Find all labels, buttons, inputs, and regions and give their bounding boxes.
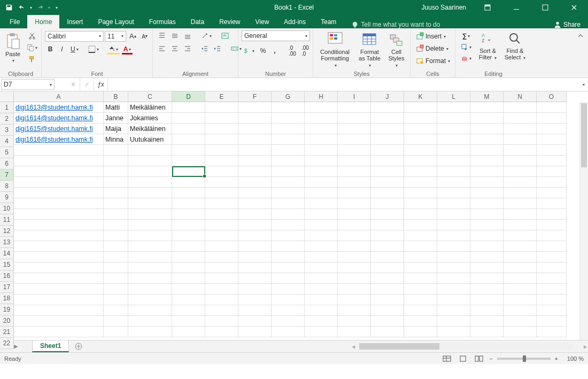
delete-cells-button[interactable]: Delete▾	[414, 43, 454, 55]
cell[interactable]	[404, 134, 437, 145]
minimize-button[interactable]	[505, 0, 528, 15]
decrease-indent-button[interactable]	[199, 43, 211, 54]
cell[interactable]	[404, 295, 437, 305]
column-header[interactable]: F	[238, 91, 272, 102]
cell[interactable]	[437, 156, 470, 166]
cell[interactable]	[371, 145, 404, 156]
cell[interactable]	[371, 273, 404, 284]
cell[interactable]	[272, 177, 305, 188]
align-left-button[interactable]	[156, 43, 168, 54]
cell[interactable]	[437, 230, 470, 241]
cell[interactable]	[272, 145, 305, 156]
cell[interactable]	[205, 166, 238, 177]
cell[interactable]	[338, 220, 371, 230]
cell[interactable]	[537, 156, 567, 166]
cell[interactable]	[205, 305, 238, 316]
column-header[interactable]: A	[14, 91, 104, 102]
cell[interactable]	[128, 156, 172, 166]
cell[interactable]	[338, 134, 371, 145]
cell[interactable]	[404, 177, 437, 188]
cell[interactable]	[172, 134, 205, 145]
cell[interactable]	[272, 198, 305, 209]
cell[interactable]	[537, 177, 567, 188]
cell[interactable]	[305, 327, 338, 337]
cell[interactable]	[14, 230, 104, 241]
cell[interactable]	[338, 166, 371, 177]
collapse-ribbon-icon[interactable]	[575, 30, 586, 41]
underline-button[interactable]: U▾	[68, 44, 81, 55]
row-header[interactable]: 19	[0, 304, 14, 315]
cell[interactable]	[470, 316, 504, 327]
cell[interactable]	[537, 102, 567, 113]
cell[interactable]	[238, 220, 272, 230]
normal-view-icon[interactable]	[441, 354, 453, 363]
cell[interactable]	[238, 134, 272, 145]
cell[interactable]	[272, 230, 305, 241]
row-header[interactable]: 14	[0, 248, 14, 259]
cell[interactable]	[305, 156, 338, 166]
cell[interactable]	[338, 295, 371, 305]
cell[interactable]	[437, 252, 470, 262]
bold-button[interactable]: B	[45, 44, 56, 55]
cell[interactable]	[504, 295, 537, 305]
cell[interactable]	[504, 134, 537, 145]
cell[interactable]	[470, 188, 504, 198]
select-all-corner[interactable]	[0, 91, 14, 102]
cell[interactable]: Minna	[104, 134, 128, 145]
cell[interactable]	[437, 145, 470, 156]
cell[interactable]	[205, 145, 238, 156]
cell[interactable]	[338, 316, 371, 327]
name-box[interactable]: D7▾	[1, 79, 55, 90]
page-break-view-icon[interactable]	[473, 354, 485, 363]
cell[interactable]	[238, 316, 272, 327]
autosum-button[interactable]: ∑▾	[459, 30, 474, 41]
cancel-formula-icon[interactable]: ✕	[66, 78, 80, 91]
tab-addins[interactable]: Add-ins	[276, 15, 313, 28]
row-header[interactable]: 20	[0, 315, 14, 327]
cell[interactable]	[128, 241, 172, 252]
cell[interactable]	[104, 156, 128, 166]
tab-file[interactable]: File	[2, 15, 27, 28]
cell[interactable]	[470, 305, 504, 316]
cell[interactable]	[504, 327, 537, 337]
cell[interactable]	[238, 252, 272, 262]
cell[interactable]	[371, 134, 404, 145]
cell[interactable]	[172, 156, 205, 166]
cell[interactable]	[238, 327, 272, 337]
cell[interactable]	[504, 252, 537, 262]
expand-formula-bar-icon[interactable]: ▾	[578, 78, 588, 91]
cell[interactable]	[338, 145, 371, 156]
cell[interactable]	[14, 145, 104, 156]
orientation-button[interactable]: ▾	[199, 30, 214, 41]
redo-dropdown[interactable]: ▾	[48, 5, 50, 10]
cell[interactable]	[470, 220, 504, 230]
hscroll-right[interactable]: ►	[583, 344, 588, 350]
fill-button[interactable]: ▾	[459, 42, 474, 52]
cell[interactable]	[537, 241, 567, 252]
cell[interactable]	[305, 188, 338, 198]
cell[interactable]	[470, 198, 504, 209]
cell[interactable]	[470, 230, 504, 241]
cell[interactable]	[205, 134, 238, 145]
cell[interactable]	[305, 252, 338, 262]
row-header[interactable]: 5	[0, 147, 14, 158]
cell[interactable]	[172, 305, 205, 316]
tab-formulas[interactable]: Formulas	[142, 15, 183, 28]
cell[interactable]	[205, 327, 238, 337]
format-painter-button[interactable]	[25, 54, 40, 65]
cell[interactable]	[537, 252, 567, 262]
tab-team[interactable]: Team	[313, 15, 344, 28]
cell[interactable]	[537, 305, 567, 316]
cell[interactable]	[437, 198, 470, 209]
tab-page-layout[interactable]: Page Layout	[90, 15, 141, 28]
align-top-button[interactable]	[156, 30, 168, 41]
cell[interactable]	[305, 209, 338, 220]
row-header[interactable]: 6	[0, 158, 14, 169]
cell[interactable]	[272, 166, 305, 177]
cell[interactable]: digi1614@student.hamk.fi	[14, 113, 104, 123]
cell[interactable]	[205, 177, 238, 188]
wrap-text-button[interactable]: ab	[219, 30, 231, 41]
cell[interactable]	[14, 188, 104, 198]
page-layout-view-icon[interactable]	[457, 354, 469, 363]
cell[interactable]: Jokamies	[128, 113, 172, 123]
